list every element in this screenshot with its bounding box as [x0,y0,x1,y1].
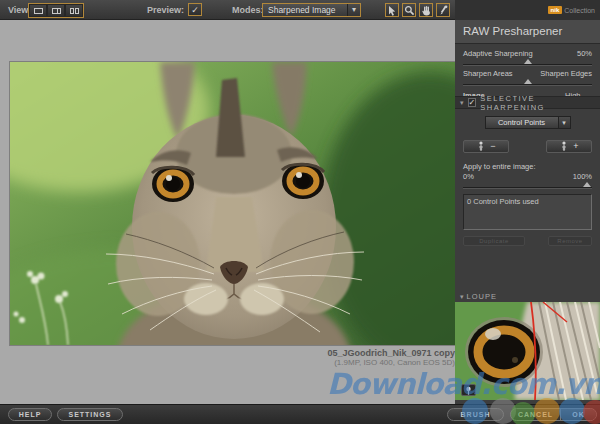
adaptive-sharpening-value: 50% [577,49,592,58]
adaptive-sharpening-slider[interactable] [463,58,592,67]
chevron-down-icon: ▾ [558,117,570,128]
eyedropper-icon [438,5,449,16]
minus-sign: − [490,142,495,151]
chevron-down-icon: ▾ [347,4,360,16]
range-min-label: 0% [463,172,474,181]
slider-handle-icon[interactable] [524,59,532,64]
pan-tool-button[interactable] [419,3,433,17]
sharpen-edges-label: Sharpen Edges [540,69,592,78]
tools-group [385,3,450,17]
collection-label: Collection [564,7,595,14]
range-max-label: 100% [573,172,592,181]
control-point-buttons: − + [463,140,592,153]
side-by-side-view-button[interactable] [66,5,82,16]
magnifier-icon [404,5,415,16]
checkmark-icon: ✓ [191,5,199,15]
loupe-header[interactable]: ▾ LOUPE [455,291,600,302]
adaptive-sharpening-label: Adaptive Sharpening [463,49,533,58]
sharpen-areas-label: Sharpen Areas [463,69,513,78]
control-points-list[interactable]: 0 Control Points used [463,194,592,230]
list-action-buttons: Duplicate Remove [463,236,592,246]
brush-button[interactable]: BRUSH [447,408,504,421]
duplicate-button[interactable]: Duplicate [463,236,525,246]
single-view-button[interactable] [30,5,46,16]
split-view-icon [52,8,61,14]
loupe-pin-button[interactable] [461,384,476,396]
modes-dropdown-value: Sharpened Image [263,4,347,16]
image-filename: 05_JGoodrich_Nik_0971 copy [10,348,455,358]
plus-sign: + [573,142,578,151]
collapse-arrow-icon[interactable]: ▾ [460,293,464,301]
loupe-eye-graphic [455,302,600,400]
selective-sharpening-body: Control Points ▾ − + [455,110,600,246]
modes-dropdown[interactable]: Sharpened Image ▾ [262,3,361,17]
selective-sharpening-header[interactable]: ▾ ✓ SELECTIVE SHARPENING [455,96,600,109]
control-point-icon [476,141,486,152]
control-points-dropdown[interactable]: Control Points ▾ [485,116,571,129]
panel-title: RAW Presharpener [455,20,600,44]
main-image-hare-photo[interactable] [10,62,455,345]
zoom-tool-button[interactable] [402,3,416,17]
ok-button[interactable]: OK [560,409,596,420]
control-points-dropdown-value: Control Points [486,117,558,128]
cancel-button[interactable]: CANCEL [511,409,560,420]
apply-entire-image-slider[interactable] [463,181,592,190]
image-caption: 05_JGoodrich_Nik_0971 copy (1.9MP, ISO 4… [10,348,455,367]
sharpen-areas-edges-slider[interactable] [463,78,592,87]
remove-control-point-button[interactable]: − [463,140,509,153]
bottom-bar: HELP SETTINGS BRUSH CANCEL OK [0,404,600,424]
raw-presharpener-window: Views: Preview: ✓ Modes: Sharpened Image… [0,0,600,424]
eyedropper-tool-button[interactable] [436,3,450,17]
selective-sharpening-title: SELECTIVE SHARPENING [480,94,600,112]
image-metadata: (1.9MP, ISO 400, Canon EOS 5D) [10,358,455,367]
view-mode-group [28,3,84,18]
side-by-side-view-icon [70,8,79,14]
modes-label: Modes: [232,5,264,15]
slider-handle-icon[interactable] [524,79,532,84]
top-toolbar: Views: Preview: ✓ Modes: Sharpened Image… [0,0,455,20]
split-view-button[interactable] [48,5,64,16]
control-point-icon [559,141,569,152]
cancel-ok-group: CANCEL OK [510,408,597,421]
add-control-point-button[interactable]: + [546,140,592,153]
single-view-icon [34,8,43,14]
select-tool-button[interactable] [385,3,399,17]
preview-label: Preview: [147,5,184,15]
remove-button[interactable]: Remove [548,236,592,246]
brand-strip: nik Collection [455,0,600,20]
loupe-preview[interactable] [455,302,600,400]
hare-photo-graphic [10,62,455,345]
control-points-status: 0 Control Points used [467,197,539,206]
hand-icon [421,5,432,16]
settings-button[interactable]: SETTINGS [57,408,123,421]
collapse-arrow-icon[interactable]: ▾ [460,99,464,107]
pin-icon [464,386,473,395]
hare-left-eye [152,166,194,202]
nik-logo: nik [548,6,563,14]
apply-entire-image-label: Apply to entire image: [463,162,592,171]
settings-panel: nik Collection RAW Presharpener Adaptive… [455,0,600,424]
preview-checkbox[interactable]: ✓ [188,3,202,16]
hare-right-eye [282,163,324,199]
slider-handle-icon[interactable] [583,182,591,187]
checkmark-icon: ✓ [469,98,476,107]
help-button[interactable]: HELP [8,408,52,421]
cursor-arrow-icon [387,5,398,16]
loupe-title: LOUPE [467,292,497,301]
selective-sharpening-checkbox[interactable]: ✓ [468,98,477,107]
